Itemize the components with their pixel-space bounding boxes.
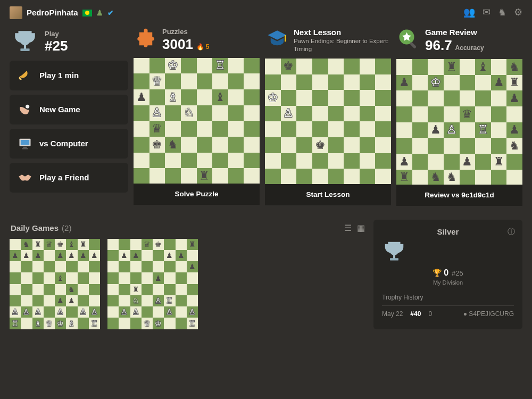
review-card: Game Review 96.7Accuracy ♜♝♞♟♔♟♜♟♛♟♙♖♟♞♟… xyxy=(396,26,522,206)
svg-rect-2 xyxy=(21,140,29,145)
lesson-board[interactable]: ♚♔♙♚ xyxy=(265,59,391,185)
user-profile[interactable]: PedroPinhata ♟ ✔ xyxy=(10,6,114,19)
review-accuracy-value: 96.7 xyxy=(425,37,452,53)
play-header: Play #25 xyxy=(10,26,128,61)
puzzles-label: Puzzles xyxy=(162,28,210,36)
grid-view-icon[interactable]: ▦ xyxy=(357,223,365,233)
review-game-button[interactable]: Review vs 9c1d9c1d xyxy=(396,185,522,206)
gold-trophy-icon: 🏆 xyxy=(433,269,442,277)
play-label: Play xyxy=(45,30,68,38)
trophy-history-label: Trophy History xyxy=(382,294,514,301)
league-name: Silver xyxy=(382,227,514,237)
bullet-icon xyxy=(17,68,33,84)
membership-pawn-icon: ♟ xyxy=(96,9,103,18)
streak-badge: 🔥 5 xyxy=(196,43,210,51)
hand-pawn-icon xyxy=(17,102,33,118)
daily-game-board-1[interactable]: ♞♜♛♚♝♜♟♟♟♟♟♟♟♝♞♟♟♙♙♙♙♙♙♖♗♕♔♗♖ xyxy=(10,239,100,329)
accuracy-label: Accuracy xyxy=(455,44,484,52)
settings-icon[interactable]: ⚙ xyxy=(514,7,522,19)
sidebar-item-label: New Game xyxy=(39,105,80,114)
lesson-subtitle: Pawn Endings: Beginner to Expert: Timing xyxy=(294,37,390,53)
history-opponent: S4PEJIGCURG xyxy=(469,310,514,318)
graduation-cap-icon xyxy=(266,28,288,50)
silver-trophy-icon xyxy=(382,240,514,264)
daily-game-board-2[interactable]: ♛♚♜♟♟♟♟♟♟♜♘♙♖♙♙♙♙♕♔♖ xyxy=(107,239,198,329)
puzzle-board[interactable]: ♔♖♕♟♗♝♙♘♛♚♞♜ xyxy=(134,58,260,184)
puzzle-rating: 3001 xyxy=(162,36,193,52)
history-rank: #40 xyxy=(410,310,421,318)
list-view-icon[interactable]: ☰ xyxy=(344,223,352,233)
play-1min-button[interactable]: Play 1 min xyxy=(10,61,128,90)
messages-icon[interactable]: ✉ xyxy=(483,7,491,19)
lesson-card: Next Lesson Pawn Endings: Beginner to Ex… xyxy=(265,26,391,206)
puzzle-piece-icon xyxy=(135,28,157,50)
knight-link-icon[interactable]: ♞ xyxy=(498,7,506,19)
solve-puzzle-button[interactable]: Solve Puzzle xyxy=(134,184,260,205)
league-panel: ⓘ Silver 🏆0#25 My Division Trophy Histor… xyxy=(373,220,522,329)
review-board[interactable]: ♜♝♞♟♔♟♜♟♛♟♙♖♟♞♟♟♜♜♞♞ xyxy=(396,59,522,185)
magnifying-star-icon xyxy=(397,28,420,50)
history-row[interactable]: May 22 #40 0 ● S4PEJIGCURG xyxy=(382,310,514,318)
svg-rect-5 xyxy=(285,35,286,41)
daily-count: (2) xyxy=(62,223,71,232)
flag-brazil-icon xyxy=(82,10,92,16)
history-date: May 22 xyxy=(382,310,403,318)
sidebar-item-label: vs Computer xyxy=(39,139,88,148)
username: PedroPinhata xyxy=(27,8,78,18)
daily-games-title: Daily Games(2) xyxy=(11,223,71,233)
svg-point-0 xyxy=(26,105,29,109)
trophy-count: 0 xyxy=(444,268,448,277)
sidebar-item-label: Play a Friend xyxy=(39,173,89,182)
play-rank: #25 xyxy=(45,38,68,54)
puzzles-card: Puzzles 3001🔥 5 ♔♖♕♟♗♝♙♘♛♚♞♜ Solve Puzzl… xyxy=(134,26,260,206)
handshake-icon xyxy=(17,170,33,186)
svg-rect-3 xyxy=(23,147,27,148)
history-change: 0 xyxy=(428,310,432,318)
league-rank: #25 xyxy=(452,269,463,277)
svg-rect-4 xyxy=(22,148,28,149)
league-trophy-icon xyxy=(12,29,38,55)
info-icon[interactable]: ⓘ xyxy=(508,227,515,236)
computer-icon xyxy=(17,136,33,152)
svg-rect-7 xyxy=(410,41,417,49)
start-lesson-button[interactable]: Start Lesson xyxy=(265,184,391,205)
avatar xyxy=(10,6,22,19)
sidebar-item-label: Play 1 min xyxy=(39,71,79,80)
play-friend-button[interactable]: Play a Friend xyxy=(10,163,128,193)
vs-computer-button[interactable]: vs Computer xyxy=(10,129,128,159)
friends-icon[interactable]: 👥 xyxy=(463,7,475,19)
verified-icon: ✔ xyxy=(107,9,114,18)
my-division-link[interactable]: My Division xyxy=(382,279,514,286)
new-game-button[interactable]: New Game xyxy=(10,95,128,124)
lesson-title: Next Lesson xyxy=(294,28,390,37)
review-title: Game Review xyxy=(425,28,484,37)
